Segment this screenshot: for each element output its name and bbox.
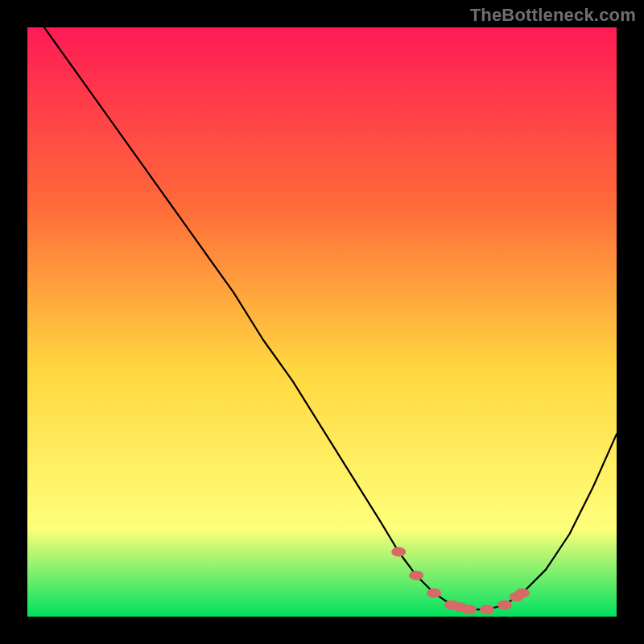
gradient-background — [27, 27, 617, 617]
optimal-marker — [391, 547, 406, 557]
chart-frame: TheBottleneck.com — [0, 0, 644, 644]
optimal-marker — [462, 605, 477, 614]
optimal-marker — [409, 571, 423, 580]
optimal-marker — [480, 605, 494, 614]
optimal-marker — [515, 588, 530, 598]
watermark-text: TheBottleneck.com — [470, 5, 636, 26]
plot-area — [27, 27, 617, 617]
optimal-marker — [427, 588, 441, 598]
optimal-marker — [497, 600, 512, 609]
chart-svg — [27, 27, 617, 617]
